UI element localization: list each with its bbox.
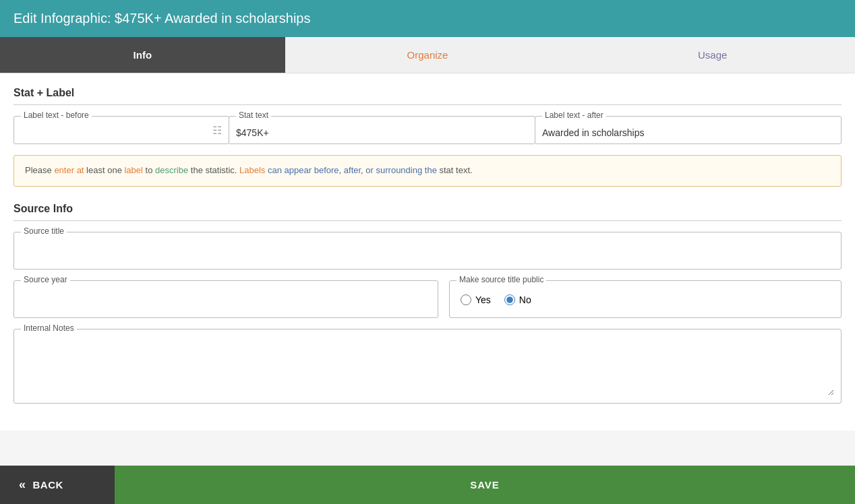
back-chevron-icon: « — [19, 478, 26, 492]
make-public-no-label: No — [519, 294, 531, 305]
source-info-section: Source Info Source title Source year Mak… — [13, 203, 842, 404]
warning-at: at — [77, 165, 84, 175]
save-button[interactable]: Save — [115, 466, 855, 504]
tab-bar: Info Organize Usage — [0, 37, 855, 73]
source-row: Source year Make source title public Yes… — [13, 280, 842, 318]
stat-label-section-title: Stat + Label — [13, 87, 842, 105]
warning-message: Please enter at least one label to descr… — [13, 155, 842, 187]
make-public-group: Make source title public Yes No — [449, 280, 842, 318]
stat-text-field-label: Stat text — [236, 111, 271, 120]
make-public-field-label: Make source title public — [456, 275, 546, 284]
warning-appear: appear — [285, 165, 312, 175]
tab-organize[interactable]: Organize — [285, 37, 570, 73]
source-title-field-label: Source title — [21, 226, 67, 236]
internal-notes-field-label: Internal Notes — [21, 323, 77, 333]
back-button[interactable]: « Back — [0, 466, 115, 504]
warning-or: or — [365, 165, 374, 175]
warning-describe: describe — [155, 165, 188, 175]
footer: « Back Save — [0, 466, 855, 504]
stat-text-group: Stat text — [229, 116, 535, 144]
tab-usage[interactable]: Usage — [570, 37, 855, 73]
label-before-field-label: Label text - before — [21, 111, 92, 120]
stat-label-row: Label text - before ☷ Stat text Label te… — [13, 116, 842, 144]
warning-enter: enter — [54, 165, 74, 175]
warning-after: after — [344, 165, 361, 175]
make-public-yes-radio[interactable] — [461, 294, 471, 305]
label-before-input[interactable] — [21, 122, 222, 138]
warning-the: the — [425, 165, 437, 175]
save-label: Save — [470, 479, 500, 491]
text-format-icon: ☷ — [212, 124, 222, 137]
make-public-no-option[interactable]: No — [504, 294, 531, 305]
make-public-radio-group: Yes No — [461, 289, 830, 305]
warning-surrounding: surrounding — [376, 165, 423, 175]
source-year-group: Source year — [13, 280, 438, 318]
warning-can: can — [268, 165, 282, 175]
internal-notes-textarea[interactable] — [21, 335, 834, 396]
make-public-no-radio[interactable] — [504, 294, 515, 305]
source-title-input[interactable] — [21, 238, 834, 249]
stat-text-input[interactable] — [236, 122, 528, 138]
source-info-section-title: Source Info — [13, 203, 842, 221]
warning-label: label — [124, 165, 142, 175]
label-before-group: Label text - before ☷ — [13, 116, 229, 144]
warning-before: before — [314, 165, 339, 175]
label-after-group: Label text - after — [535, 116, 842, 144]
back-label: Back — [33, 479, 63, 491]
page-title: Edit Infographic: $475K+ Awarded in scho… — [13, 11, 310, 26]
tab-info[interactable]: Info — [0, 37, 285, 73]
warning-labels: Labels — [239, 165, 265, 175]
main-content: Stat + Label Label text - before ☷ Stat … — [0, 73, 855, 431]
label-after-input[interactable] — [542, 122, 834, 138]
label-after-field-label: Label text - after — [542, 111, 606, 120]
source-year-input[interactable] — [21, 286, 431, 297]
internal-notes-group: Internal Notes — [13, 329, 842, 404]
make-public-yes-label: Yes — [475, 294, 491, 305]
make-public-yes-option[interactable]: Yes — [461, 294, 491, 305]
source-year-field-label: Source year — [21, 275, 70, 284]
page-header: Edit Infographic: $475K+ Awarded in scho… — [0, 0, 855, 37]
source-title-group: Source title — [13, 232, 842, 270]
